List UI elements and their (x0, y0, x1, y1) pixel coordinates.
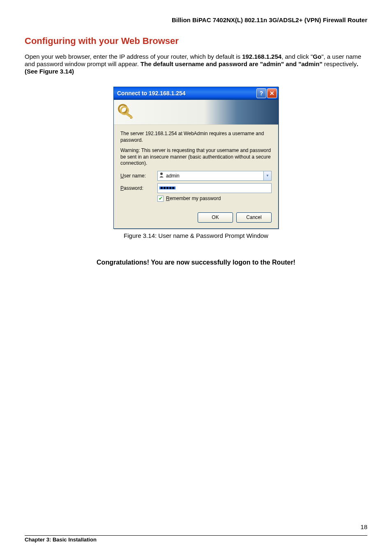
username-combobox[interactable]: admin ▼ (157, 171, 272, 181)
server-message: The server 192.168.1.254 at WebAdmin req… (120, 131, 272, 143)
close-button[interactable]: ✕ (267, 88, 277, 98)
warning-message: Warning: This server is requesting that … (120, 147, 272, 167)
help-icon: ? (260, 90, 263, 97)
user-icon (158, 172, 165, 179)
remember-label: Remember my password (166, 196, 221, 201)
label-text: ser name: (124, 173, 146, 179)
help-button[interactable]: ? (256, 88, 266, 98)
dialog-titlebar[interactable]: Connect to 192.168.1.254 ? ✕ (114, 87, 278, 100)
close-icon: ✕ (270, 90, 274, 97)
default-credentials: The default username and password are "a… (141, 60, 323, 67)
chevron-down-icon[interactable]: ▼ (263, 171, 271, 180)
chapter-label: Chapter 3: Basic Installation (25, 537, 97, 543)
credentials-dialog: Connect to 192.168.1.254 ? ✕ (113, 87, 279, 229)
label-text: emember my password (170, 196, 221, 201)
congrats-message: Congratulations! You are now successfull… (25, 259, 367, 266)
cancel-button[interactable]: Cancel (236, 212, 272, 223)
check-icon: ✔ (159, 196, 163, 201)
page-footer: 18 Chapter 3: Basic Installation (25, 528, 367, 543)
intro-paragraph: Open your web browser, enter the IP addr… (25, 53, 367, 75)
text-fragment: , and click " (281, 53, 313, 60)
ip-address: 192.168.1.254 (242, 53, 281, 60)
document-header: Billion BiPAC 7402NX(L) 802.11n 3G/ADSL2… (25, 16, 367, 23)
dialog-banner (114, 100, 278, 125)
text-fragment: Open your web browser, enter the IP addr… (25, 53, 242, 60)
keys-icon (116, 102, 136, 122)
label-text: assword: (124, 185, 143, 191)
label-accelerator: R (166, 196, 170, 201)
go-label: Go (313, 53, 321, 60)
password-input[interactable] (157, 183, 272, 193)
username-value: admin (165, 173, 263, 179)
dialog-title: Connect to 192.168.1.254 (117, 90, 186, 97)
password-dots (159, 187, 175, 189)
section-heading: Configuring with your Web Browser (25, 36, 367, 46)
label-accelerator: P (120, 185, 124, 191)
username-label: User name: (120, 173, 157, 179)
remember-checkbox[interactable]: ✔ (157, 196, 164, 202)
page-number: 18 (360, 523, 367, 530)
label-accelerator: U (120, 173, 124, 179)
password-label: Password: (120, 185, 157, 191)
text-fragment: respectively (323, 60, 357, 67)
figure-caption: Figure 3.14: User name & Password Prompt… (25, 232, 367, 239)
svg-rect-4 (126, 113, 133, 119)
svg-point-5 (160, 173, 163, 175)
ok-button[interactable]: OK (198, 212, 233, 223)
